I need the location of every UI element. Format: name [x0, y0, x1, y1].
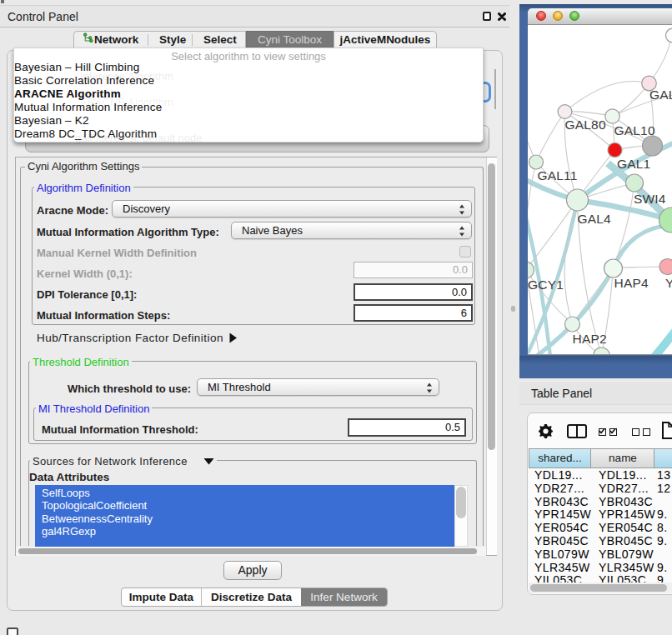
svg-text:SWI4: SWI4	[634, 192, 666, 206]
svg-text:GCY1: GCY1	[528, 278, 564, 292]
svg-text:GAL80: GAL80	[565, 118, 606, 132]
svg-text:HAP4: HAP4	[614, 276, 649, 290]
svg-text:GAL11: GAL11	[538, 168, 578, 182]
svg-text:HAP2: HAP2	[573, 332, 607, 346]
svg-text:GAL7: GAL7	[649, 88, 672, 102]
svg-text:YJ: YJ	[665, 276, 672, 290]
svg-text:GAL1: GAL1	[617, 157, 650, 171]
svg-text:GAL4: GAL4	[578, 212, 612, 226]
svg-text:GAL10: GAL10	[614, 123, 655, 138]
